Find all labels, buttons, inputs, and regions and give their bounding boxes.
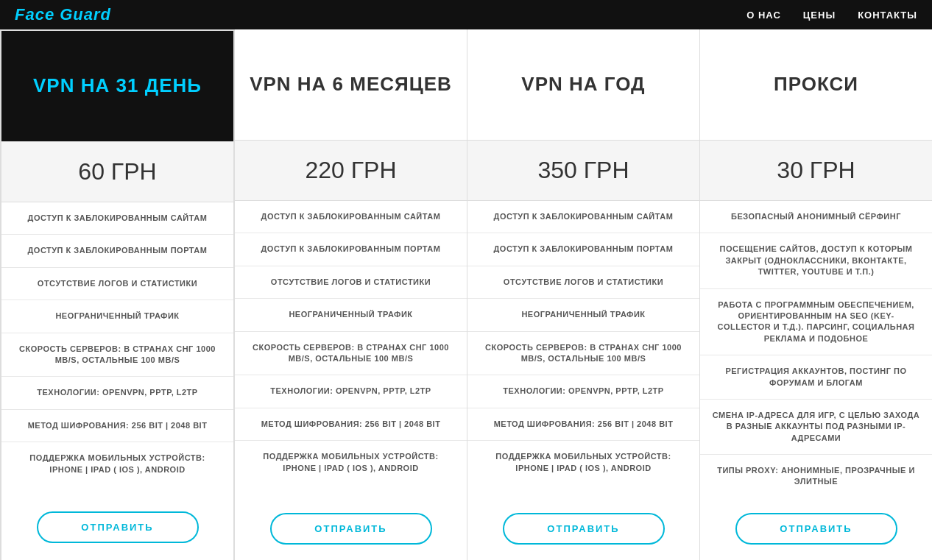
plan-feature-vpn-31-6: МЕТОД ШИФРОВАНИЯ: 256 BIT | 2048 BIT	[1, 410, 233, 442]
plan-feature-proxy-4: СМЕНА IP-АДРЕСА ДЛЯ ИГР, С ЦЕЛЬЮ ЗАХОДА …	[700, 400, 932, 455]
plan-feature-vpn-31-3: НЕОГРАНИЧЕННЫЙ ТРАФИК	[1, 300, 233, 333]
plan-feature-proxy-1: ПОСЕЩЕНИЕ САЙТОВ, ДОСТУП К КОТОРЫМ ЗАКРЫ…	[700, 233, 932, 288]
plan-features-vpn-year: ДОСТУП К ЗАБЛОКИРОВАННЫМ САЙТАМДОСТУП К …	[467, 201, 699, 498]
plan-title-vpn-31: VPN НА 31 ДЕНЬ	[33, 74, 202, 97]
plan-feature-vpn-6m-4: СКОРОСТЬ СЕРВЕРОВ: В СТРАНАХ СНГ 1000 MB…	[235, 332, 467, 376]
plan-feature-proxy-0: БЕЗОПАСНЫЙ АНОНИМНЫЙ СЁРФИНГ	[700, 201, 932, 233]
plan-col-proxy: ПРОКСИ30 ГРНБЕЗОПАСНЫЙ АНОНИМНЫЙ СЁРФИНГ…	[700, 29, 932, 560]
pricing-table: VPN НА 31 ДЕНЬ60 ГРНДОСТУП К ЗАБЛОКИРОВА…	[0, 29, 932, 560]
plan-price-box-vpn-year: 350 ГРН	[467, 140, 699, 201]
plan-feature-vpn-6m-5: ТЕХНОЛОГИИ: OPENVPN, PPTP, L2TP	[235, 375, 467, 408]
plan-col-vpn-year: VPN НА ГОД350 ГРНДОСТУП К ЗАБЛОКИРОВАННЫ…	[467, 29, 700, 560]
plan-features-vpn-6m: ДОСТУП К ЗАБЛОКИРОВАННЫМ САЙТАМДОСТУП К …	[235, 201, 467, 498]
plan-feature-proxy-2: РАБОТА С ПРОГРАММНЫМ ОБЕСПЕЧЕНИЕМ, ОРИЕН…	[700, 289, 932, 356]
plan-feature-vpn-31-4: СКОРОСТЬ СЕРВЕРОВ: В СТРАНАХ СНГ 1000 MB…	[1, 333, 233, 378]
plan-btn-proxy[interactable]: ОТПРАВИТЬ	[735, 513, 897, 545]
plan-title-vpn-6m: VPN НА 6 МЕСЯЦЕВ	[250, 73, 452, 96]
plan-feature-vpn-31-2: ОТСУТСТВИЕ ЛОГОВ И СТАТИСТИКИ	[1, 268, 233, 300]
plan-feature-vpn-year-5: ТЕХНОЛОГИИ: OPENVPN, PPTP, L2TP	[467, 375, 699, 408]
plan-title-box-vpn-year: VPN НА ГОД	[467, 29, 699, 140]
plan-btn-vpn-6m[interactable]: ОТПРАВИТЬ	[270, 513, 432, 545]
plan-btn-box-vpn-6m: ОТПРАВИТЬ	[235, 498, 467, 560]
plan-feature-vpn-year-2: ОТСУТСТВИЕ ЛОГОВ И СТАТИСТИКИ	[467, 266, 699, 299]
plan-feature-vpn-year-3: НЕОГРАНИЧЕННЫЙ ТРАФИК	[467, 299, 699, 331]
plan-price-proxy: 30 ГРН	[707, 157, 925, 184]
plan-feature-proxy-3: РЕГИСТРАЦИЯ АККАУНТОВ, ПОСТИНГ ПО ФОРУМА…	[700, 355, 932, 400]
plan-title-box-vpn-6m: VPN НА 6 МЕСЯЦЕВ	[235, 29, 467, 140]
plan-feature-vpn-6m-2: ОТСУТСТВИЕ ЛОГОВ И СТАТИСТИКИ	[235, 266, 467, 299]
logo[interactable]: Face Guard	[15, 5, 111, 24]
plan-btn-box-proxy: ОТПРАВИТЬ	[700, 498, 932, 560]
plan-title-vpn-year: VPN НА ГОД	[521, 73, 645, 96]
plan-feature-vpn-6m-6: МЕТОД ШИФРОВАНИЯ: 256 BIT | 2048 BIT	[235, 408, 467, 441]
plan-title-box-proxy: ПРОКСИ	[700, 29, 932, 140]
plan-price-box-vpn-31: 60 ГРН	[1, 141, 233, 202]
plan-title-proxy: ПРОКСИ	[774, 73, 858, 96]
plan-btn-box-vpn-31: ОТПРАВИТЬ	[1, 497, 233, 560]
plan-price-vpn-31: 60 ГРН	[9, 158, 226, 185]
plan-feature-vpn-year-0: ДОСТУП К ЗАБЛОКИРОВАННЫМ САЙТАМ	[467, 201, 699, 233]
plan-feature-vpn-6m-3: НЕОГРАНИЧЕННЫЙ ТРАФИК	[235, 299, 467, 331]
plan-feature-vpn-31-7: ПОДДЕРЖКА МОБИЛЬНЫХ УСТРОЙСТВ: IPHONE | …	[1, 442, 233, 486]
navbar-about[interactable]: О НАС	[746, 10, 781, 21]
plan-feature-vpn-6m-7: ПОДДЕРЖКА МОБИЛЬНЫХ УСТРОЙСТВ: IPHONE | …	[235, 441, 467, 484]
navbar: Face Guard О НАС ЦЕНЫ КОНТАКТЫ	[0, 0, 932, 29]
plan-col-vpn-6m: VPN НА 6 МЕСЯЦЕВ220 ГРНДОСТУП К ЗАБЛОКИР…	[235, 29, 467, 560]
plan-feature-vpn-6m-1: ДОСТУП К ЗАБЛОКИРОВАННЫМ ПОРТАМ	[235, 233, 467, 266]
plan-btn-vpn-year[interactable]: ОТПРАВИТЬ	[503, 513, 665, 545]
plan-feature-vpn-year-4: СКОРОСТЬ СЕРВЕРОВ: В СТРАНАХ СНГ 1000 MB…	[467, 332, 699, 376]
plan-price-vpn-year: 350 ГРН	[475, 157, 692, 184]
plan-features-vpn-31: ДОСТУП К ЗАБЛОКИРОВАННЫМ САЙТАМДОСТУП К …	[1, 202, 233, 497]
plan-feature-proxy-5: ТИПЫ PROXY: АНОНИМНЫЕ, ПРОЗРАЧНЫЕ И ЭЛИТ…	[700, 455, 932, 498]
plan-feature-vpn-31-1: ДОСТУП К ЗАБЛОКИРОВАННЫМ ПОРТАМ	[1, 235, 233, 267]
plan-btn-box-vpn-year: ОТПРАВИТЬ	[467, 498, 699, 560]
plan-feature-vpn-31-0: ДОСТУП К ЗАБЛОКИРОВАННЫМ САЙТАМ	[1, 202, 233, 235]
plan-feature-vpn-31-5: ТЕХНОЛОГИИ: OPENVPN, PPTP, L2TP	[1, 377, 233, 409]
plan-title-box-vpn-31: VPN НА 31 ДЕНЬ	[1, 31, 233, 141]
plan-feature-vpn-year-6: МЕТОД ШИФРОВАНИЯ: 256 BIT | 2048 BIT	[467, 408, 699, 441]
plan-btn-vpn-31[interactable]: ОТПРАВИТЬ	[37, 511, 199, 543]
navbar-links: О НАС ЦЕНЫ КОНТАКТЫ	[746, 10, 917, 21]
plan-price-box-proxy: 30 ГРН	[700, 140, 932, 201]
navbar-prices[interactable]: ЦЕНЫ	[803, 10, 836, 21]
plan-price-vpn-6m: 220 ГРН	[242, 157, 459, 184]
plan-feature-vpn-6m-0: ДОСТУП К ЗАБЛОКИРОВАННЫМ САЙТАМ	[235, 201, 467, 233]
navbar-contacts[interactable]: КОНТАКТЫ	[858, 10, 917, 21]
plan-features-proxy: БЕЗОПАСНЫЙ АНОНИМНЫЙ СЁРФИНГПОСЕЩЕНИЕ СА…	[700, 201, 932, 498]
plan-feature-vpn-year-1: ДОСТУП К ЗАБЛОКИРОВАННЫМ ПОРТАМ	[467, 233, 699, 266]
plan-feature-vpn-year-7: ПОДДЕРЖКА МОБИЛЬНЫХ УСТРОЙСТВ: IPHONE | …	[467, 441, 699, 484]
plan-col-vpn-31: VPN НА 31 ДЕНЬ60 ГРНДОСТУП К ЗАБЛОКИРОВА…	[0, 29, 235, 560]
plan-price-box-vpn-6m: 220 ГРН	[235, 140, 467, 201]
